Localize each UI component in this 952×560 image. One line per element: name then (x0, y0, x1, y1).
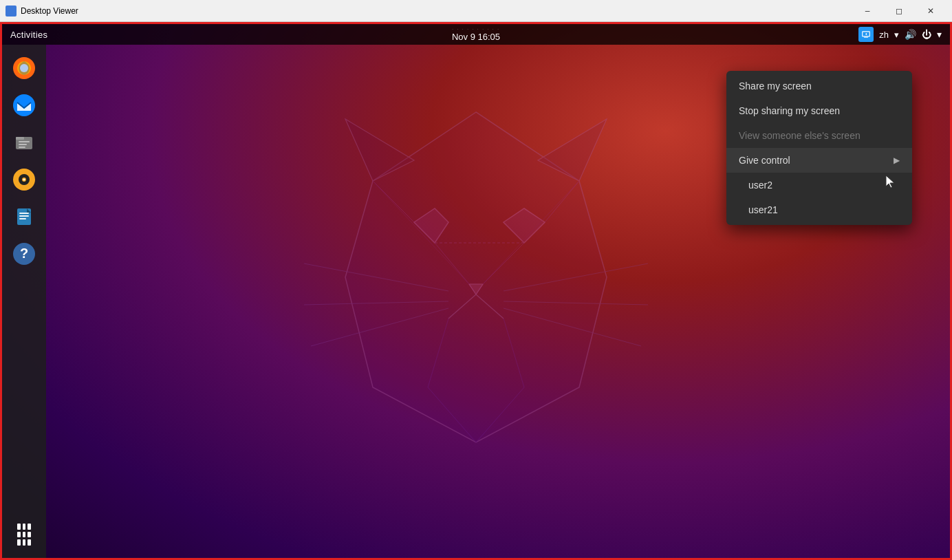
activities-button[interactable]: Activities (10, 30, 47, 40)
app-icon (6, 6, 17, 17)
svg-text:?: ? (20, 246, 28, 261)
menu-item-stop-sharing[interactable]: Stop sharing my screen (726, 98, 912, 123)
datetime-display: Nov 9 16:05 (452, 32, 500, 42)
title-bar-left: Desktop Viewer (6, 6, 78, 17)
svg-rect-33 (16, 137, 24, 140)
ubuntu-dock: ? (2, 45, 46, 558)
window-controls: – ◻ ✕ (852, 0, 946, 22)
system-menu-icon[interactable]: ▾ (937, 29, 942, 40)
window-title: Desktop Viewer (21, 6, 78, 16)
screen-share-status-icon[interactable] (858, 27, 874, 42)
submenu-arrow-icon: ▶ (894, 155, 900, 165)
dock-item-files[interactable] (8, 126, 41, 159)
menu-item-give-control[interactable]: Give control ▶ (726, 148, 912, 173)
dock-item-rhythmbox[interactable] (8, 163, 41, 196)
menu-item-user21[interactable]: user21 (726, 197, 912, 222)
svg-rect-36 (19, 147, 25, 148)
svg-rect-26 (864, 37, 868, 38)
svg-rect-34 (19, 141, 30, 142)
clock-dots: · · · · · · · · · · (452, 27, 500, 31)
ubuntu-topbar: Activities · · · · · · · · · · Nov 9 16:… (2, 24, 950, 45)
language-indicator[interactable]: zh (879, 30, 889, 40)
svg-point-31 (13, 94, 35, 116)
svg-rect-43 (19, 215, 29, 217)
title-bar: Desktop Viewer – ◻ ✕ (0, 0, 952, 22)
minimize-button[interactable]: – (852, 0, 883, 22)
dock-item-show-apps[interactable] (8, 518, 41, 551)
apps-grid-icon (12, 518, 36, 551)
lang-dropdown-icon[interactable]: ▾ (894, 30, 899, 40)
svg-rect-42 (19, 213, 29, 214)
menu-item-view-someone: View someone else's screen (726, 123, 912, 148)
svg-rect-35 (19, 144, 27, 145)
dock-item-firefox[interactable] (8, 52, 41, 85)
power-icon[interactable]: ⏻ (922, 29, 931, 40)
svg-point-40 (23, 179, 25, 181)
volume-icon[interactable]: 🔊 (905, 29, 916, 40)
menu-item-share-screen[interactable]: Share my screen (726, 74, 912, 98)
topbar-right: zh ▾ 🔊 ⏻ ▾ (858, 27, 942, 42)
maximize-button[interactable]: ◻ (883, 0, 915, 22)
dock-item-thunderbird[interactable] (8, 89, 41, 122)
svg-rect-44 (19, 218, 26, 219)
ubuntu-desktop: Activities · · · · · · · · · · Nov 9 16:… (0, 22, 952, 560)
ubuntu-clock[interactable]: · · · · · · · · · · Nov 9 16:05 (452, 27, 500, 42)
menu-item-user2[interactable]: user2 (726, 173, 912, 197)
screen-share-context-menu: Share my screen Stop sharing my screen V… (726, 71, 912, 225)
dock-item-help[interactable]: ? (8, 237, 41, 270)
dock-item-libreoffice[interactable] (8, 200, 41, 233)
close-button[interactable]: ✕ (915, 0, 946, 22)
